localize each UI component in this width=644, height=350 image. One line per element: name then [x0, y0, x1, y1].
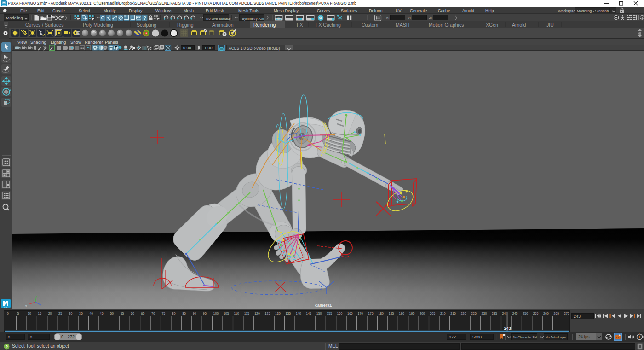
svg-text:camera1: camera1	[315, 303, 332, 308]
svg-text:150: 150	[316, 312, 322, 315]
svg-text:165: 165	[347, 312, 353, 315]
svg-text:230: 230	[482, 312, 487, 315]
svg-text:85: 85	[182, 312, 186, 315]
svg-text:140: 140	[296, 312, 301, 315]
svg-text:255: 255	[533, 312, 539, 315]
svg-text:155: 155	[327, 312, 332, 315]
svg-text:0: 0	[7, 312, 9, 315]
svg-text:75: 75	[161, 312, 165, 315]
svg-text:60: 60	[131, 312, 134, 315]
svg-text:65: 65	[141, 312, 145, 315]
svg-text:135: 135	[286, 312, 291, 315]
svg-text:200: 200	[420, 312, 425, 315]
svg-text:x: x	[25, 304, 27, 308]
svg-text:250: 250	[523, 312, 528, 315]
svg-text:110: 110	[234, 312, 239, 315]
svg-text:15: 15	[38, 312, 41, 315]
svg-text:AYA: AYA	[4, 306, 8, 309]
svg-text:145: 145	[306, 312, 311, 315]
svg-text:210: 210	[440, 312, 446, 315]
svg-text:105: 105	[224, 312, 229, 315]
svg-text:40: 40	[89, 312, 93, 315]
svg-text:205: 205	[430, 312, 435, 315]
svg-text:35: 35	[79, 312, 83, 315]
svg-text:70: 70	[151, 312, 155, 315]
svg-text:185: 185	[389, 312, 394, 315]
svg-text:130: 130	[275, 312, 281, 315]
svg-text:265: 265	[554, 312, 559, 315]
svg-text:10: 10	[28, 312, 31, 315]
svg-text:?: ?	[143, 15, 146, 21]
svg-text:90: 90	[193, 312, 196, 315]
svg-text:5: 5	[17, 312, 19, 315]
svg-text:?: ?	[6, 344, 8, 349]
svg-text:195: 195	[409, 312, 415, 315]
svg-text:120: 120	[254, 312, 260, 315]
svg-text:225: 225	[471, 312, 477, 315]
svg-text:245: 245	[512, 312, 518, 315]
svg-text:S: S	[223, 32, 225, 36]
svg-text:220: 220	[461, 312, 466, 315]
svg-text:243: 243	[504, 326, 511, 331]
svg-text:180: 180	[378, 312, 384, 315]
svg-text:270: 270	[564, 312, 569, 315]
svg-text:30: 30	[69, 312, 73, 315]
svg-text:25: 25	[58, 312, 62, 315]
svg-text:160: 160	[337, 312, 343, 315]
svg-text:190: 190	[399, 312, 404, 315]
svg-text:215: 215	[450, 312, 456, 315]
svg-text:235: 235	[492, 312, 497, 315]
svg-text:50: 50	[110, 312, 114, 315]
svg-text:260: 260	[543, 312, 549, 315]
svg-text:175: 175	[368, 312, 374, 315]
svg-text:45: 45	[100, 312, 104, 315]
svg-text:100: 100	[213, 312, 219, 315]
svg-text:20: 20	[48, 312, 52, 315]
svg-text:80: 80	[172, 312, 176, 315]
svg-text:55: 55	[121, 312, 124, 315]
svg-text:115: 115	[244, 312, 249, 315]
svg-text:170: 170	[358, 312, 363, 315]
svg-text:125: 125	[265, 312, 270, 315]
svg-text:95: 95	[203, 312, 207, 315]
